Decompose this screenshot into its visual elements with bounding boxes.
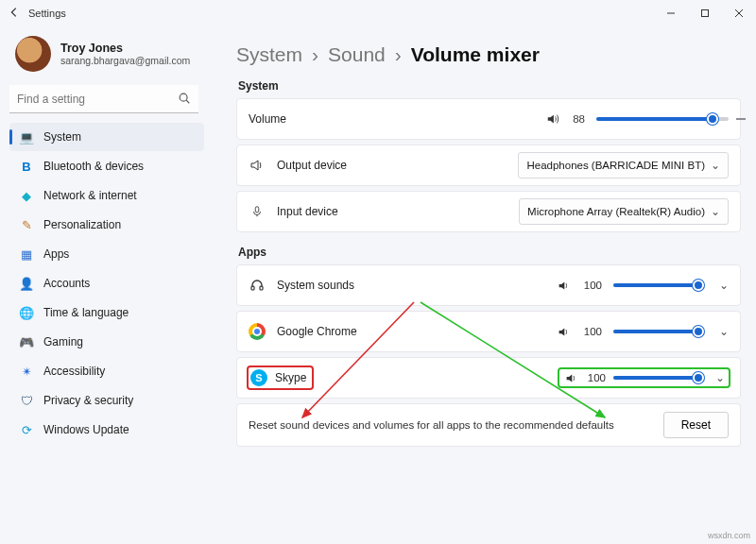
sidebar-item-label: Time & language (43, 306, 129, 319)
svg-point-2 (180, 94, 187, 101)
sidebar-item-network[interactable]: ◆Network & internet (9, 181, 204, 210)
watermark: wsxdn.com (708, 531, 750, 540)
skype-icon: S (250, 369, 267, 386)
section-apps-label: Apps (238, 246, 741, 259)
speaker-icon[interactable] (563, 372, 580, 384)
sidebar: Troy Jones sarang.bhargava@gmail.com 💻Sy… (0, 26, 208, 544)
profile-block[interactable]: Troy Jones sarang.bhargava@gmail.com (9, 32, 204, 81)
sidebar-item-label: Accessibility (43, 365, 105, 378)
sidebar-item-label: Accounts (43, 277, 90, 290)
avatar (15, 36, 51, 72)
nav-list: 💻System BBluetooth & devices ◆Network & … (9, 123, 204, 444)
profile-email: sarang.bhargava@gmail.com (60, 55, 190, 66)
reset-button[interactable]: Reset (663, 412, 729, 438)
svg-rect-1 (702, 10, 709, 17)
update-icon: ⟳ (19, 422, 34, 437)
minimize-button[interactable] (654, 0, 688, 26)
app-volume-value: 100 (588, 372, 606, 383)
search-input[interactable] (9, 85, 198, 113)
sidebar-item-personalization[interactable]: ✎Personalization (9, 211, 204, 239)
profile-name: Troy Jones (60, 42, 190, 55)
volume-row: Volume 88 (236, 98, 741, 140)
sidebar-item-accounts[interactable]: 👤Accounts (9, 269, 204, 298)
app-row-system-sounds: System sounds 100 ⌄ (236, 264, 741, 306)
back-icon[interactable] (8, 6, 21, 22)
chevron-right-icon: › (395, 43, 402, 66)
app-volume-slider[interactable] (613, 330, 698, 333)
brush-icon: ✎ (19, 217, 34, 232)
apps-icon: ▦ (19, 246, 34, 262)
page-title: Volume mixer (411, 43, 540, 66)
svg-rect-4 (255, 207, 259, 212)
section-system-label: System (238, 79, 741, 93)
app-label: System sounds (277, 279, 354, 292)
shield-icon: 🛡 (19, 393, 34, 408)
volume-value: 88 (573, 113, 585, 125)
chevron-down-icon[interactable]: ⌄ (719, 325, 729, 338)
sidebar-item-label: Gaming (43, 335, 83, 348)
app-volume-slider[interactable] (613, 376, 698, 380)
sidebar-item-label: Privacy & security (43, 394, 133, 407)
sidebar-item-label: Bluetooth & devices (43, 160, 144, 173)
output-device-select[interactable]: Headphones (BARRICADE MINI BT) ⌄ (518, 152, 729, 178)
sidebar-item-gaming[interactable]: 🎮Gaming (9, 328, 204, 356)
window-title: Settings (28, 8, 66, 19)
globe-icon: 🌐 (19, 305, 34, 320)
sidebar-item-system[interactable]: 💻System (9, 123, 204, 151)
maximize-button[interactable] (688, 0, 722, 26)
search-wrapper (9, 85, 198, 113)
bluetooth-icon: B (19, 159, 34, 174)
speaker-icon[interactable] (544, 112, 561, 126)
title-bar: Settings (0, 0, 756, 26)
app-label: Google Chrome (277, 325, 357, 338)
sidebar-item-label: System (43, 130, 81, 144)
sidebar-item-time[interactable]: 🌐Time & language (9, 298, 204, 327)
microphone-icon (249, 205, 266, 218)
chevron-down-icon[interactable]: ⌄ (719, 279, 729, 292)
sidebar-item-label: Network & internet (43, 189, 137, 202)
volume-slider[interactable] (596, 117, 729, 121)
sidebar-item-label: Windows Update (43, 423, 129, 436)
app-volume-slider[interactable] (613, 283, 698, 287)
app-volume-value: 100 (584, 280, 602, 291)
speaker-icon[interactable] (556, 280, 573, 292)
breadcrumb: System › Sound › Volume mixer (236, 43, 741, 66)
headphones-icon (249, 277, 266, 294)
output-label: Output device (277, 159, 347, 172)
sidebar-item-label: Apps (43, 247, 69, 261)
app-row-chrome: Google Chrome 100 ⌄ (236, 311, 741, 352)
network-icon: ◆ (19, 188, 34, 203)
chevron-down-icon: ⌄ (711, 159, 720, 172)
speaker-icon[interactable] (556, 326, 573, 338)
chrome-icon (249, 323, 266, 340)
breadcrumb-sound[interactable]: Sound (328, 43, 386, 66)
input-label: Input device (277, 205, 338, 218)
close-button[interactable] (722, 0, 756, 26)
input-device-select[interactable]: Microphone Array (Realtek(R) Audio) ⌄ (519, 198, 729, 225)
reset-description: Reset sound devices and volumes for all … (249, 419, 614, 431)
sidebar-item-bluetooth[interactable]: BBluetooth & devices (9, 152, 204, 180)
display-icon: 💻 (19, 129, 34, 144)
app-row-skype: S Skype 100 ⌄ (236, 357, 741, 399)
output-device-row: Output device Headphones (BARRICADE MINI… (236, 144, 741, 186)
sidebar-item-privacy[interactable]: 🛡Privacy & security (9, 386, 204, 415)
app-volume-value: 100 (584, 326, 602, 337)
input-device-row: Input device Microphone Array (Realtek(R… (236, 191, 741, 232)
breadcrumb-system[interactable]: System (236, 43, 302, 66)
chevron-down-icon[interactable]: ⌄ (715, 371, 725, 384)
output-device-value: Headphones (BARRICADE MINI BT) (526, 160, 705, 171)
person-icon: 👤 (19, 276, 34, 291)
annotation-highlight-slider: 100 ⌄ (559, 369, 729, 386)
sidebar-item-label: Personalization (43, 218, 121, 231)
sidebar-item-update[interactable]: ⟳Windows Update (9, 416, 204, 444)
content-area: System › Sound › Volume mixer System Vol… (208, 26, 756, 544)
gamepad-icon: 🎮 (19, 334, 34, 349)
chevron-down-icon: ⌄ (711, 205, 720, 218)
volume-label: Volume (249, 112, 286, 126)
window-controls (654, 0, 756, 26)
svg-line-3 (186, 100, 189, 103)
speaker-icon (249, 158, 266, 173)
sidebar-item-apps[interactable]: ▦Apps (9, 240, 204, 268)
reset-row: Reset sound devices and volumes for all … (236, 403, 741, 447)
sidebar-item-accessibility[interactable]: ✴Accessibility (9, 357, 204, 385)
